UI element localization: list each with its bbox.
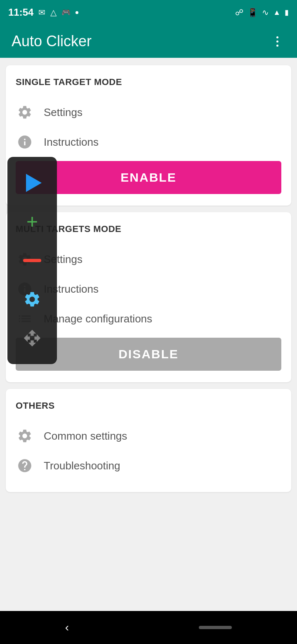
home-indicator[interactable] xyxy=(199,626,232,629)
wifi-icon: ∿ xyxy=(262,7,269,17)
troubleshooting-label: Troubleshooting xyxy=(44,459,120,472)
single-settings-item[interactable]: Settings xyxy=(16,97,281,127)
common-settings-item[interactable]: Common settings xyxy=(16,421,281,451)
play-icon xyxy=(26,174,42,192)
fp-play-button[interactable] xyxy=(7,164,57,201)
gaming-icon: 🎮 xyxy=(61,8,71,17)
common-settings-icon xyxy=(16,427,34,445)
battery-icon: ▮ xyxy=(285,8,289,17)
back-button[interactable]: ‹ xyxy=(65,621,69,634)
bottom-navigation: ‹ xyxy=(0,611,297,644)
single-instructions-label: Instructions xyxy=(44,136,99,149)
fp-move-icon xyxy=(23,329,41,347)
bluetooth-icon: ☍ xyxy=(235,7,243,17)
alert-icon: △ xyxy=(50,7,57,17)
common-settings-label: Common settings xyxy=(44,430,127,443)
more-options-button[interactable] xyxy=(269,33,285,50)
vibrate-icon: 📱 xyxy=(248,7,258,17)
single-target-section-title: SINGLE TARGET MODE xyxy=(16,77,281,88)
fp-settings-button[interactable] xyxy=(7,281,57,318)
add-icon: + xyxy=(26,212,38,232)
manage-config-label: Manage configurations xyxy=(44,313,152,325)
troubleshooting-icon xyxy=(16,457,34,475)
fp-remove-button[interactable] xyxy=(7,242,57,279)
single-instructions-icon xyxy=(16,133,34,151)
single-instructions-item[interactable]: Instructions xyxy=(16,127,281,157)
status-left: 11:54 ✉ △ 🎮 xyxy=(8,7,78,18)
message-icon: ✉ xyxy=(38,7,45,17)
app-bar: Auto Clicker xyxy=(0,25,297,58)
troubleshooting-item[interactable]: Troubleshooting xyxy=(16,451,281,481)
remove-icon xyxy=(23,259,41,262)
status-bar: 11:54 ✉ △ 🎮 ☍ 📱 ∿ ▲ ▮ xyxy=(0,0,297,25)
status-right: ☍ 📱 ∿ ▲ ▮ xyxy=(235,7,289,17)
single-settings-icon xyxy=(16,103,34,121)
floating-tool-panel: + xyxy=(7,157,57,364)
others-card: OTHERS Common settings Troubleshooting xyxy=(6,389,291,492)
status-time: 11:54 xyxy=(8,7,33,18)
dot-icon xyxy=(75,11,78,14)
others-section-title: OTHERS xyxy=(16,400,281,411)
fp-settings-icon xyxy=(23,290,41,308)
signal-icon: ▲ xyxy=(273,8,280,17)
fp-add-button[interactable]: + xyxy=(7,203,57,240)
single-settings-label: Settings xyxy=(44,106,82,119)
fp-move-button[interactable] xyxy=(7,320,57,357)
app-title: Auto Clicker xyxy=(12,33,92,50)
